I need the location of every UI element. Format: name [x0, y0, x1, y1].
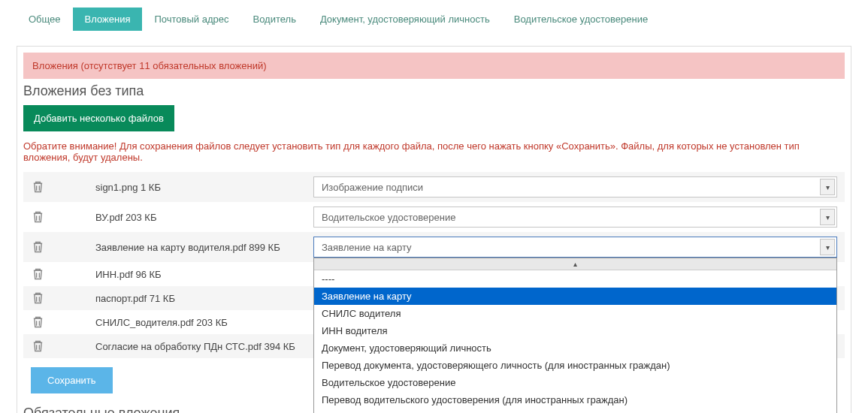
select-value: Заявление на карту — [322, 242, 412, 253]
tab-driver[interactable]: Водитель — [240, 8, 307, 31]
dropdown-option[interactable]: Копия ранее выданной карты водителя — [314, 408, 836, 413]
file-row: ВУ.pdf 203 КБ Водительское удостоверение… — [23, 202, 845, 232]
select-value: Изображение подписи — [322, 182, 423, 193]
trash-icon[interactable] — [31, 291, 44, 306]
chevron-down-icon: ▾ — [820, 179, 835, 195]
file-name-label: паспорт.pdf 71 КБ — [95, 293, 306, 304]
chevron-down-icon: ▾ — [820, 239, 835, 255]
save-button[interactable]: Сохранить — [31, 367, 113, 393]
file-type-select[interactable]: Водительское удостоверение ▾ — [313, 206, 837, 228]
alert-missing-attachments: Вложения (отсутствует 11 обязательных вл… — [23, 53, 845, 79]
file-name-label: sign1.png 1 КБ — [95, 182, 306, 193]
trash-icon[interactable] — [31, 240, 44, 255]
tab-bar: Общее Вложения Почтовый адрес Водитель Д… — [17, 8, 851, 31]
trash-icon[interactable] — [31, 315, 44, 330]
file-name-label: Заявление на карту водителя.pdf 899 КБ — [95, 242, 306, 253]
file-type-select[interactable]: Изображение подписи ▾ — [313, 176, 837, 197]
file-row: Заявление на карту водителя.pdf 899 КБ З… — [23, 232, 845, 262]
dropdown-option[interactable]: Перевод водительского удостоверения (для… — [314, 391, 836, 408]
scroll-up-icon[interactable]: ▴ — [314, 258, 836, 270]
dropdown-option[interactable]: Перевод документа, удостоверяющего лично… — [314, 357, 836, 374]
file-name-label: ВУ.pdf 203 КБ — [95, 212, 306, 223]
tab-postal[interactable]: Почтовый адрес — [142, 8, 240, 31]
tab-attachments[interactable]: Вложения — [73, 8, 143, 31]
dropdown-option[interactable]: Водительское удостоверение — [314, 374, 836, 391]
section-title-untitled: Вложения без типа — [23, 83, 845, 99]
trash-icon[interactable] — [31, 267, 44, 282]
file-row: sign1.png 1 КБ Изображение подписи ▾ — [23, 172, 845, 202]
file-name-label: ИНН.pdf 96 КБ — [95, 269, 306, 280]
tab-general[interactable]: Общее — [17, 8, 73, 31]
trash-icon[interactable] — [31, 339, 44, 354]
chevron-down-icon: ▾ — [820, 209, 835, 225]
select-value: Водительское удостоверение — [322, 212, 455, 223]
trash-icon[interactable] — [31, 179, 44, 194]
dropdown-option[interactable]: ИНН водителя — [314, 322, 836, 339]
tab-identity-doc[interactable]: Документ, удостоверяющий личность — [308, 8, 502, 31]
dropdown-option[interactable]: ---- — [314, 270, 836, 288]
tab-driving-license[interactable]: Водительское удостоверение — [502, 8, 660, 31]
warning-text: Обратите внимание! Для сохранения файлов… — [23, 140, 845, 163]
file-type-dropdown: ▴ ---- Заявление на карту СНИЛС водителя… — [313, 258, 837, 413]
dropdown-option[interactable]: СНИЛС водителя — [314, 305, 836, 322]
add-multiple-files-button[interactable]: Добавить несколько файлов — [23, 105, 174, 131]
file-name-label: Согласие на обработку ПДн СТС.pdf 394 КБ — [95, 341, 306, 352]
content-panel: Вложения (отсутствует 11 обязательных вл… — [17, 46, 851, 413]
trash-icon[interactable] — [31, 210, 44, 225]
file-type-select[interactable]: Заявление на карту ▾ — [313, 237, 837, 258]
dropdown-option[interactable]: Заявление на карту — [314, 288, 836, 305]
dropdown-option[interactable]: Документ, удостоверяющий личность — [314, 339, 836, 357]
file-name-label: СНИЛС_водителя.pdf 203 КБ — [95, 317, 306, 328]
